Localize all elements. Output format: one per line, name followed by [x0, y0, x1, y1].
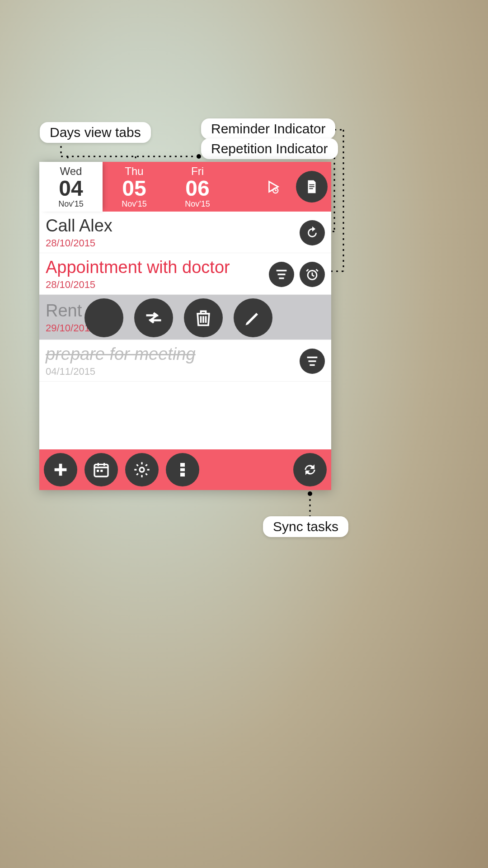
- task-actions: [84, 298, 272, 337]
- task-date: 04/11/2015: [46, 366, 294, 377]
- settings-button[interactable]: [125, 453, 159, 486]
- task-date: 28/10/2015: [46, 237, 294, 249]
- day-tab-dow: Thu: [125, 165, 143, 178]
- callout-reminder: Reminder Indicator: [201, 118, 335, 139]
- day-tab-monyr: Nov'15: [185, 199, 210, 209]
- bottom-toolbar: [39, 449, 331, 490]
- day-tab-day: 05: [122, 178, 146, 199]
- svg-rect-29: [100, 470, 103, 472]
- edit-button[interactable]: [234, 298, 272, 337]
- svg-rect-33: [180, 473, 185, 476]
- day-tab-monyr: Nov'15: [58, 199, 83, 209]
- empty-space: [39, 382, 331, 449]
- task-title: Appointment with doctor: [46, 258, 263, 277]
- svg-point-24: [308, 491, 312, 496]
- task-row[interactable]: Appointment with doctor 28/10/2015: [39, 253, 331, 295]
- callout-sync: Sync tasks: [263, 516, 348, 537]
- task-row[interactable]: Call Alex 28/10/2015: [39, 212, 331, 253]
- notes-button[interactable]: [296, 171, 328, 203]
- calendar-button[interactable]: [84, 453, 118, 486]
- app-card: Wed 04 Nov'15 Thu 05 Nov'15 Fri 06 Nov'1…: [39, 162, 331, 490]
- day-tab-day: 04: [59, 178, 83, 199]
- svg-point-30: [140, 467, 144, 472]
- repetition-icon[interactable]: [300, 220, 325, 245]
- task-date: 28/10/2015: [46, 279, 263, 291]
- add-button[interactable]: [44, 453, 77, 486]
- play-history-icon[interactable]: [257, 171, 289, 203]
- task-row-selected[interactable]: Rent 29/10/2015: [39, 295, 331, 340]
- svg-rect-31: [180, 463, 185, 467]
- day-tab-dow: Fri: [191, 165, 204, 178]
- day-tab-0[interactable]: Wed 04 Nov'15: [39, 162, 103, 212]
- day-tab-monyr: Nov'15: [122, 199, 146, 209]
- svg-rect-28: [97, 470, 99, 472]
- days-tabs: Wed 04 Nov'15 Thu 05 Nov'15 Fri 06 Nov'1…: [39, 162, 331, 212]
- reminder-icon[interactable]: [300, 262, 325, 287]
- callout-repetition: Repetition Indicator: [201, 138, 338, 159]
- callout-days-tabs: Days view tabs: [40, 122, 151, 143]
- priority-icon[interactable]: [269, 262, 294, 287]
- day-tab-1[interactable]: Thu 05 Nov'15: [103, 162, 166, 212]
- day-tab-day: 06: [185, 178, 209, 199]
- action-button-blank[interactable]: [84, 298, 123, 337]
- move-button[interactable]: [134, 298, 173, 337]
- svg-point-2: [197, 154, 201, 159]
- reorder-button[interactable]: [166, 453, 199, 486]
- task-title: Call Alex: [46, 216, 294, 236]
- task-title: prepare for meeting: [46, 344, 294, 364]
- day-tab-dow: Wed: [60, 165, 82, 178]
- task-row-done[interactable]: prepare for meeting 04/11/2015: [39, 340, 331, 382]
- day-tab-2[interactable]: Fri 06 Nov'15: [166, 162, 229, 212]
- svg-rect-32: [180, 468, 185, 472]
- sync-button[interactable]: [293, 453, 327, 486]
- delete-button[interactable]: [184, 298, 223, 337]
- priority-icon[interactable]: [300, 349, 325, 374]
